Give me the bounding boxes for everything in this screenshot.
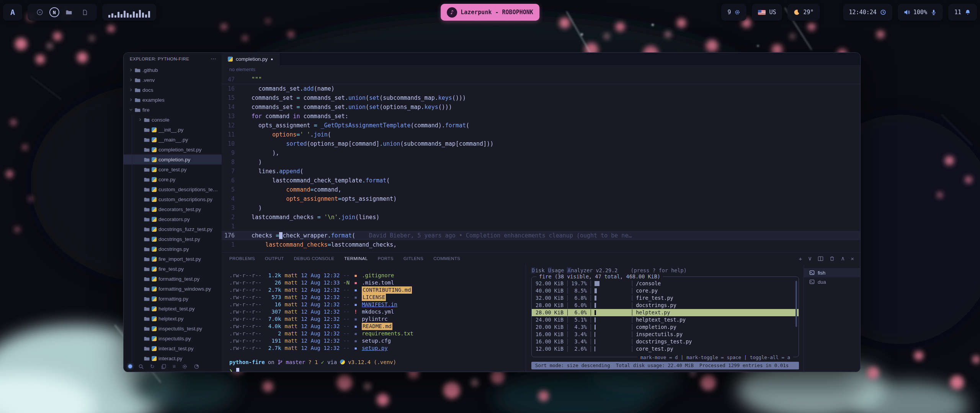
code-line: 4 opts_assignment=opts_assignment) bbox=[222, 194, 860, 203]
tab-completion-py[interactable]: completion.py ● bbox=[222, 53, 279, 65]
tree-item[interactable]: console bbox=[124, 115, 222, 125]
media-widget[interactable]: ♪ Lazerpunk - ROBOPHONK bbox=[441, 4, 539, 21]
tree-item[interactable]: interact.py bbox=[124, 353, 222, 363]
terminal-session[interactable]: fish bbox=[804, 268, 860, 277]
tree-item[interactable]: custom_descriptions_test.py bbox=[124, 184, 222, 194]
tree-item[interactable]: docstrings_test.py bbox=[124, 234, 222, 244]
folder-icon bbox=[144, 356, 150, 361]
gear-icon[interactable] bbox=[182, 364, 188, 369]
dua-row[interactable]: 16.00 KiB│ 3.4%││docstrings_test.py bbox=[532, 338, 799, 345]
scrollbar[interactable] bbox=[795, 281, 797, 327]
tree-item[interactable]: core_test.py bbox=[124, 164, 222, 174]
panel-tab[interactable]: PROBLEMS bbox=[229, 256, 255, 261]
tree-item[interactable]: inspectutils.py bbox=[124, 333, 222, 343]
panel-tab[interactable]: TERMINAL bbox=[344, 256, 368, 261]
tree-item[interactable]: formatting_windows.py bbox=[124, 284, 222, 294]
search-icon[interactable] bbox=[138, 364, 144, 369]
dua-row[interactable]: 16.00 KiB│ 3.4%││inspectutils.py bbox=[532, 331, 799, 338]
panel-tab[interactable]: COMMENTS bbox=[433, 256, 460, 261]
tree-item[interactable]: formatting.py bbox=[124, 294, 222, 304]
tree-item[interactable]: helptext_test.py bbox=[124, 304, 222, 314]
tree-item[interactable]: fire_import_test.py bbox=[124, 254, 222, 264]
panel-tab[interactable]: DEBUG CONSOLE bbox=[294, 256, 335, 261]
dua-row[interactable]: 20.00 KiB│ 4.3%││completion.py bbox=[532, 324, 799, 331]
tree-item[interactable]: docs bbox=[124, 85, 222, 95]
code-editor[interactable]: 47 """ 16 commands_set.add(name) 15 comm… bbox=[222, 74, 860, 252]
python-file-icon bbox=[152, 217, 157, 222]
tree-item[interactable]: __init__.py bbox=[124, 125, 222, 135]
panel-actions: + ∨ ∧ × bbox=[799, 255, 854, 262]
tree-item[interactable]: custom_descriptions.py bbox=[124, 194, 222, 204]
close-icon[interactable]: × bbox=[851, 255, 854, 262]
more-actions-icon[interactable]: ⋯ bbox=[211, 55, 216, 62]
workspaces-widget[interactable]: N bbox=[28, 4, 97, 21]
workspace-doc[interactable] bbox=[78, 6, 91, 18]
tree-item[interactable]: core.py bbox=[124, 174, 222, 184]
keyboard-layout-widget[interactable]: US bbox=[752, 4, 782, 21]
chevron-down-icon[interactable]: ∨ bbox=[808, 255, 812, 262]
tree-item[interactable]: examples bbox=[124, 95, 222, 105]
panel-tab[interactable]: OUTPUT bbox=[265, 256, 284, 261]
tree-item[interactable]: fire bbox=[124, 105, 222, 115]
dua-row[interactable]: 28.00 KiB│ 6.0%││docstrings.py bbox=[532, 302, 799, 309]
tree-item[interactable]: .venv bbox=[124, 75, 222, 85]
tree-item[interactable]: decorators_test.py bbox=[124, 204, 222, 214]
remote-indicator[interactable] bbox=[128, 364, 132, 368]
logo: A bbox=[10, 8, 15, 17]
tree-item[interactable]: docstrings_fuzz_test.py bbox=[124, 224, 222, 234]
terminal-session[interactable]: dua bbox=[804, 277, 860, 286]
file-type-icon: ▪ bbox=[353, 272, 358, 279]
explorer-header: EXPLORER: PYTHON-FIRE ⋯ bbox=[124, 53, 222, 65]
tree-item[interactable]: fire_test.py bbox=[124, 264, 222, 274]
editor-cursor bbox=[279, 232, 283, 239]
dua-row[interactable]: 24.00 KiB│ 5.1%││helptext_test.py bbox=[532, 316, 799, 324]
trash-icon[interactable] bbox=[829, 256, 835, 262]
usage-bar bbox=[595, 309, 628, 316]
file-type-icon: ▪ bbox=[353, 323, 358, 330]
modified-dot[interactable]: ● bbox=[271, 57, 273, 61]
dua-row[interactable]: 92.00 KiB│19.7%││/console bbox=[532, 280, 799, 287]
workspace-disc[interactable] bbox=[34, 6, 46, 18]
chevron-up-icon[interactable]: ∧ bbox=[841, 255, 845, 262]
tree-item[interactable]: formatting_test.py bbox=[124, 274, 222, 284]
cpu-graph-widget[interactable] bbox=[102, 4, 156, 21]
updates-count: 9 bbox=[727, 9, 731, 16]
updates-widget[interactable]: 9 bbox=[721, 4, 746, 21]
prompt-input-line[interactable]: ❯ bbox=[229, 367, 526, 372]
dua-row[interactable]: 32.00 KiB│ 6.8%││fire_test.py bbox=[532, 294, 799, 302]
launcher-button[interactable]: A bbox=[3, 4, 22, 21]
dua-row[interactable]: 28.00 KiB│ 6.0%││helptext.py bbox=[532, 309, 799, 316]
panel-tab[interactable]: GITLENS bbox=[403, 256, 423, 261]
split-icon[interactable] bbox=[818, 256, 823, 262]
list-icon[interactable]: ≡ bbox=[173, 363, 176, 369]
tree-item[interactable]: completion_test.py bbox=[124, 145, 222, 154]
tree-item[interactable]: helptext.py bbox=[124, 314, 222, 324]
tree-item[interactable]: docstrings.py bbox=[124, 244, 222, 254]
audio-widget[interactable]: 100% bbox=[898, 4, 943, 21]
tree-item[interactable]: __main__.py bbox=[124, 135, 222, 145]
terminal-dua[interactable]: Disk Usage Analyzer v2.29.2 (press ? for… bbox=[526, 264, 804, 372]
files-icon[interactable] bbox=[161, 364, 167, 369]
notifications-widget[interactable]: 11 bbox=[948, 4, 977, 21]
line-number: 5 bbox=[222, 185, 245, 194]
sync-icon[interactable]: ↻ bbox=[150, 363, 155, 369]
tree-item-label: console bbox=[152, 117, 222, 123]
workspace-folder[interactable] bbox=[63, 6, 75, 18]
weather-widget[interactable]: 29° bbox=[787, 4, 820, 21]
dua-row[interactable]: 12.00 KiB│ 2.6%││core_test.py bbox=[532, 345, 799, 353]
pie-icon[interactable] bbox=[194, 364, 199, 369]
tree-item[interactable]: interact_test.py bbox=[124, 343, 222, 353]
gear-icon bbox=[734, 9, 740, 15]
tree-item[interactable]: .github bbox=[124, 65, 222, 75]
panel-tab[interactable]: PORTS bbox=[378, 256, 394, 261]
breadcrumb[interactable]: no elements bbox=[222, 65, 860, 74]
tree-item[interactable]: completion.py bbox=[124, 154, 222, 164]
terminal-fish[interactable]: .rw-r--r-- 1.2k matt 12 Aug 12:32 -- ▪ .… bbox=[222, 264, 526, 372]
dua-row[interactable]: 40.00 KiB│ 8.5%││core.py bbox=[532, 287, 799, 294]
clock-widget[interactable]: 12:40:24 bbox=[843, 4, 892, 21]
tree-item[interactable]: decorators.py bbox=[124, 214, 222, 224]
plus-icon[interactable]: + bbox=[799, 255, 802, 262]
tree-item-label: core_test.py bbox=[158, 167, 222, 172]
workspace-n[interactable]: N bbox=[49, 7, 59, 17]
tree-item[interactable]: inspectutils_test.py bbox=[124, 324, 222, 333]
